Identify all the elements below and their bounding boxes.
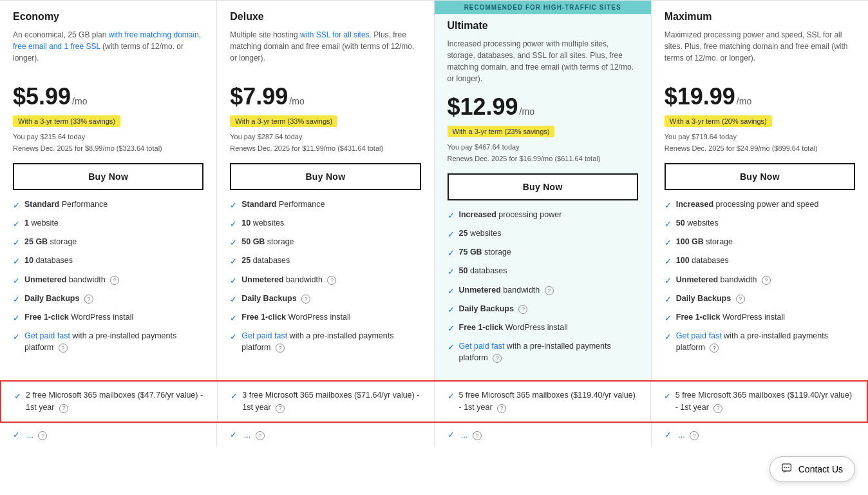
buy-btn-economy[interactable]: Buy Now [13, 163, 203, 190]
feature-text-deluxe-7: Get paid fast with a pre-installed payme… [241, 331, 420, 353]
ms-info-icon-ultimate[interactable]: ? [497, 404, 506, 413]
feature-item-ultimate-4: ✓ Unmetered bandwidth ? [448, 285, 638, 297]
more-check-deluxe: ✓ [230, 430, 237, 440]
ms-check-icon-economy: ✓ [14, 390, 21, 403]
info-icon-ultimate-4[interactable]: ? [545, 286, 554, 295]
feature-item-ultimate-1: ✓ 25 websites [448, 228, 638, 240]
feature-item-maximum-6: ✓ Free 1-click WordPress install [665, 312, 855, 324]
feature-item-economy-7: ✓ Get paid fast with a pre-installed pay… [13, 331, 203, 353]
check-icon-maximum-3: ✓ [665, 256, 672, 267]
check-icon-economy-0: ✓ [13, 200, 20, 211]
info-icon-economy-4[interactable]: ? [110, 276, 119, 285]
ms-check-icon-ultimate: ✓ [448, 390, 455, 403]
buy-btn-deluxe[interactable]: Buy Now [230, 163, 420, 190]
feature-text-economy-6: Free 1-click WordPress install [24, 312, 133, 324]
ms-info-icon-maximum[interactable]: ? [713, 404, 722, 413]
feature-link-maximum-7[interactable]: Get paid fast [676, 331, 722, 340]
renews-economy: Renews Dec. 2025 for $8.99/mo ($323.64 t… [13, 144, 203, 153]
feature-item-ultimate-0: ✓ Increased processing power [448, 209, 638, 222]
more-link-maximum[interactable]: ... [678, 431, 684, 440]
info-icon-deluxe-5[interactable]: ? [301, 295, 310, 304]
check-icon-economy-4: ✓ [13, 275, 20, 287]
page-wrapper: EconomyAn economical, 25 GB plan with fr… [0, 0, 868, 495]
feature-text-ultimate-6: Free 1-click WordPress install [459, 322, 568, 334]
feature-item-economy-5: ✓ Daily Backups ? [13, 293, 203, 306]
ms-cell-deluxe: ✓ 3 free Microsoft 365 mailboxes ($71.64… [218, 382, 434, 422]
more-info-ultimate[interactable]: ? [473, 431, 482, 440]
info-icon-maximum-7[interactable]: ? [710, 344, 719, 353]
plans-container: EconomyAn economical, 25 GB plan with fr… [0, 0, 868, 380]
check-icon-ultimate-6: ✓ [448, 323, 455, 335]
price-row-ultimate: $12.99 /mo [448, 93, 638, 121]
feature-text-economy-4: Unmetered bandwidth ? [24, 275, 119, 286]
info-icon-economy-7[interactable]: ? [59, 344, 68, 353]
more-info-maximum[interactable]: ? [690, 431, 699, 440]
info-icon-deluxe-4[interactable]: ? [327, 276, 336, 285]
more-cell-deluxe: ✓ ... ? [217, 423, 434, 447]
svg-point-1 [784, 467, 785, 468]
more-link-economy[interactable]: ... [26, 431, 33, 440]
feature-item-maximum-3: ✓ 100 databases [665, 255, 855, 267]
feature-text-deluxe-1: 10 websites [241, 218, 284, 229]
info-icon-ultimate-7[interactable]: ? [493, 354, 502, 363]
plan-name-maximum: Maximum [665, 11, 855, 23]
feature-item-deluxe-0: ✓ Standard Performance [230, 199, 420, 211]
check-icon-deluxe-2: ✓ [230, 237, 237, 249]
more-check-ultimate: ✓ [448, 430, 455, 440]
more-features-row: ✓ ... ?✓ ... ?✓ ... ?✓ ... ? [0, 423, 868, 447]
ms-cell-maximum: ✓ 5 free Microsoft 365 mailboxes ($119.4… [651, 382, 867, 422]
feature-item-maximum-4: ✓ Unmetered bandwidth ? [665, 275, 855, 287]
feature-link-deluxe-7[interactable]: Get paid fast [241, 331, 287, 340]
pay-today-economy: You pay $215.64 today [13, 132, 203, 142]
svg-point-2 [786, 467, 788, 468]
feature-text-deluxe-5: Daily Backups ? [241, 293, 310, 305]
feature-item-maximum-1: ✓ 50 websites [665, 218, 855, 230]
buy-btn-maximum[interactable]: Buy Now [665, 163, 855, 190]
info-icon-deluxe-7[interactable]: ? [276, 344, 285, 353]
info-icon-maximum-4[interactable]: ? [762, 276, 771, 285]
feature-item-deluxe-7: ✓ Get paid fast with a pre-installed pay… [230, 331, 420, 353]
feature-text-ultimate-7: Get paid fast with a pre-installed payme… [459, 341, 638, 364]
ms-text-deluxe: 3 free Microsoft 365 mailboxes ($71.64/y… [242, 389, 420, 414]
plan-col-ultimate: Recommended for High-Traffic SitesUltima… [435, 1, 652, 380]
plan-desc-economy: An economical, 25 GB plan with free matc… [13, 29, 203, 74]
check-icon-economy-7: ✓ [13, 331, 20, 343]
ms-info-icon-economy[interactable]: ? [59, 404, 68, 413]
price-amount-deluxe: $7.99 [230, 83, 288, 110]
feature-link-economy-7[interactable]: Get paid fast [24, 331, 70, 340]
feature-text-economy-2: 25 GB storage [24, 237, 77, 248]
check-icon-economy-1: ✓ [13, 218, 20, 230]
more-info-deluxe[interactable]: ? [256, 431, 265, 440]
ms-text-maximum: 5 free Microsoft 365 mailboxes ($119.40/… [675, 389, 854, 414]
feature-text-maximum-2: 100 GB storage [676, 237, 733, 248]
feature-item-deluxe-1: ✓ 10 websites [230, 218, 420, 230]
more-link-ultimate[interactable]: ... [461, 431, 467, 440]
info-icon-maximum-5[interactable]: ? [736, 295, 745, 304]
feature-link-ultimate-7[interactable]: Get paid fast [459, 342, 505, 351]
feature-text-maximum-7: Get paid fast with a pre-installed payme… [676, 331, 855, 353]
ms-info-icon-deluxe[interactable]: ? [276, 404, 285, 413]
price-row-maximum: $19.99 /mo [665, 83, 855, 110]
feature-item-maximum-5: ✓ Daily Backups ? [665, 293, 855, 306]
renews-ultimate: Renews Dec. 2025 for $16.99/mo ($611.64 … [448, 154, 638, 164]
info-icon-economy-5[interactable]: ? [84, 295, 93, 304]
ms-text-economy: 2 free Microsoft 365 mailboxes ($47.76/y… [26, 389, 204, 414]
ms-feature-deluxe: ✓ 3 free Microsoft 365 mailboxes ($71.64… [231, 389, 420, 414]
feature-item-economy-3: ✓ 10 databases [13, 255, 203, 267]
check-icon-deluxe-3: ✓ [230, 256, 237, 267]
contact-us-button[interactable]: Contact Us [769, 456, 855, 482]
feature-item-deluxe-6: ✓ Free 1-click WordPress install [230, 312, 420, 324]
more-link-deluxe[interactable]: ... [244, 431, 250, 440]
feature-item-deluxe-2: ✓ 50 GB storage [230, 237, 420, 249]
more-info-economy[interactable]: ? [38, 431, 47, 440]
buy-btn-ultimate[interactable]: Buy Now [448, 173, 638, 200]
ms-cell-ultimate: ✓ 5 free Microsoft 365 mailboxes ($119.4… [435, 382, 651, 422]
check-icon-deluxe-4: ✓ [230, 275, 237, 287]
savings-badge-deluxe: With a 3-yr term (33% savings) [230, 115, 337, 127]
feature-item-maximum-7: ✓ Get paid fast with a pre-installed pay… [665, 331, 855, 353]
feature-text-economy-0: Standard Performance [24, 199, 108, 211]
microsoft-section: ✓ 2 free Microsoft 365 mailboxes ($47.76… [0, 380, 868, 423]
info-icon-ultimate-5[interactable]: ? [518, 305, 527, 314]
savings-badge-ultimate: With a 3-yr term (23% savings) [448, 126, 555, 137]
ms-cell-economy: ✓ 2 free Microsoft 365 mailboxes ($47.76… [1, 382, 218, 422]
